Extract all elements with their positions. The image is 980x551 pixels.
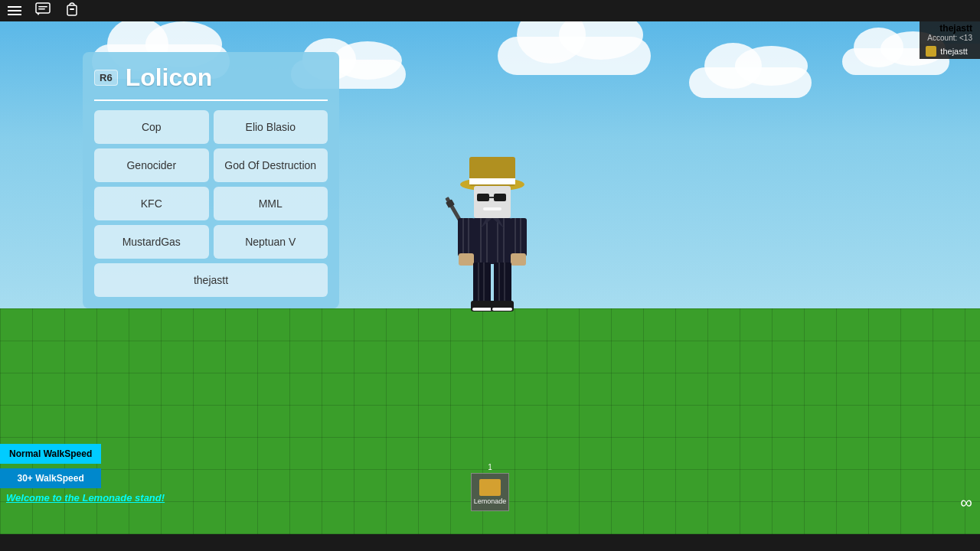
- svg-rect-32: [473, 262, 491, 302]
- player-btn-genocider[interactable]: Genocider: [94, 148, 209, 182]
- player-btn-god-of-destruction[interactable]: God Of Destruction: [214, 148, 328, 182]
- bottom-left-buttons: Normal WalkSpeed 30+ WalkSpeed: [0, 444, 101, 488]
- svg-rect-33: [494, 262, 511, 302]
- svg-rect-9: [469, 178, 515, 184]
- player-btn-mml[interactable]: MML: [214, 187, 328, 220]
- player-btn-kfc[interactable]: KFC: [94, 187, 209, 220]
- r6-label: R6: [94, 70, 118, 86]
- svg-rect-28: [510, 218, 527, 256]
- svg-rect-17: [473, 218, 511, 264]
- svg-rect-39: [472, 308, 492, 311]
- bottom-bar: [0, 534, 980, 551]
- menu-icon[interactable]: [8, 6, 21, 15]
- cloud: [498, 37, 651, 75]
- hotbar-item-lemonade[interactable]: Lemonade: [471, 473, 509, 511]
- player-btn-cop[interactable]: Cop: [94, 110, 209, 144]
- character: [431, 148, 554, 319]
- hotbar: 1 Lemonade: [471, 463, 509, 511]
- player-btn-mustardgas[interactable]: MustardGas: [94, 225, 209, 259]
- svg-rect-1: [38, 6, 47, 8]
- top-bar-left: [8, 2, 80, 20]
- hotbar-slot-1: 1 Lemonade: [471, 463, 509, 511]
- panel-title: Lolicon: [126, 64, 213, 92]
- account-top: thejastt Account: <13: [920, 21, 980, 44]
- user-display-name: thejastt: [940, 47, 967, 56]
- hotbar-slot-number: 1: [488, 463, 492, 471]
- svg-rect-27: [459, 253, 474, 266]
- welcome-text: Welcome to the Lemonade stand!: [6, 492, 165, 504]
- svg-rect-41: [492, 308, 512, 311]
- player-btn-elio[interactable]: Elio Blasio: [214, 110, 328, 144]
- svg-rect-4: [70, 8, 74, 10]
- game-viewport: R6 Lolicon Cop Elio Blasio Genocider God…: [0, 21, 980, 534]
- normal-walkspeed-button[interactable]: Normal WalkSpeed: [0, 444, 101, 464]
- account-panel: thejastt Account: <13 thejastt: [920, 21, 980, 59]
- svg-rect-24: [458, 218, 475, 256]
- player-list-scroll[interactable]: Cop Elio Blasio Genocider God Of Destruc…: [94, 110, 328, 297]
- account-username: thejastt: [927, 23, 972, 34]
- svg-rect-0: [36, 3, 50, 13]
- top-bar: [0, 0, 980, 21]
- panel-divider: [94, 99, 328, 101]
- svg-rect-3: [67, 5, 77, 15]
- account-balance: Account: <13: [927, 34, 972, 42]
- admin-panel: R6 Lolicon Cop Elio Blasio Genocider God…: [83, 52, 339, 308]
- walkspeed-30-button[interactable]: 30+ WalkSpeed: [0, 468, 101, 488]
- player-btn-neptuan[interactable]: Neptuan V: [214, 225, 328, 259]
- lemonade-icon: [479, 479, 501, 496]
- backpack-icon[interactable]: [64, 2, 80, 20]
- player-btn-thejastt[interactable]: thejastt: [94, 263, 328, 297]
- hotbar-item-label: Lemonade: [474, 497, 507, 505]
- infinity-icon: ∞: [960, 493, 972, 513]
- svg-rect-12: [494, 194, 506, 201]
- svg-rect-10: [474, 186, 511, 218]
- panel-header: R6 Lolicon: [94, 64, 328, 92]
- chat-icon[interactable]: [35, 2, 51, 19]
- svg-rect-2: [38, 8, 45, 10]
- svg-rect-11: [477, 194, 489, 201]
- svg-rect-14: [483, 207, 501, 210]
- svg-rect-31: [511, 253, 526, 266]
- cloud: [689, 67, 812, 98]
- player-grid: Cop Elio Blasio Genocider God Of Destruc…: [94, 110, 328, 297]
- account-bottom: thejastt: [920, 44, 980, 59]
- user-avatar-icon: [926, 46, 936, 57]
